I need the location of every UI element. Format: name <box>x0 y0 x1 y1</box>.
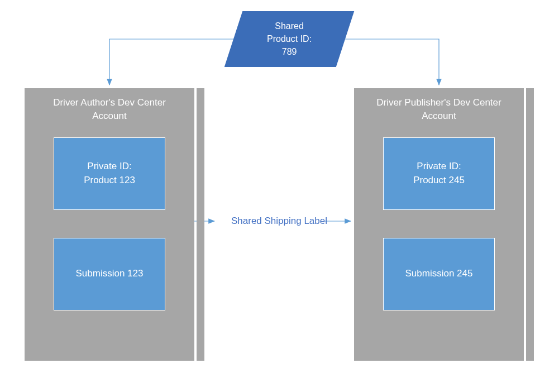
publisher-private-id-block: Private ID: Product 245 <box>383 137 495 210</box>
publisher-submission-text: Submission 245 <box>405 267 473 281</box>
publisher-submission-block: Submission 245 <box>383 238 495 310</box>
shared-product-line3: 789 <box>267 46 312 59</box>
shared-product-line1: Shared <box>267 20 312 32</box>
publisher-account-block: Driver Publisher's Dev Center Account Pr… <box>354 88 524 361</box>
publisher-title-line2: Account <box>359 109 519 123</box>
author-private-id-line2: Product 123 <box>84 174 135 188</box>
shared-product-node: Shared Product ID: 789 <box>224 11 354 67</box>
author-strip <box>197 88 204 361</box>
publisher-private-id-line1: Private ID: <box>413 160 465 174</box>
diagram-canvas: Shared Product ID: 789 Driver Author's D… <box>0 0 535 392</box>
shipping-label-text: Shared Shipping Label <box>218 216 341 227</box>
author-private-id-block: Private ID: Product 123 <box>54 137 165 210</box>
author-title-line1: Driver Author's Dev Center <box>29 96 190 109</box>
shared-product-line2: Product ID: <box>267 32 312 45</box>
author-submission-block: Submission 123 <box>54 238 165 310</box>
publisher-strip <box>526 88 534 361</box>
publisher-private-id-line2: Product 245 <box>413 174 465 188</box>
author-title-line2: Account <box>29 109 190 123</box>
author-submission-text: Submission 123 <box>76 267 144 281</box>
publisher-title-line1: Driver Publisher's Dev Center <box>359 96 519 109</box>
author-account-block: Driver Author's Dev Center Account Priva… <box>25 88 194 361</box>
author-private-id-line1: Private ID: <box>84 160 135 174</box>
